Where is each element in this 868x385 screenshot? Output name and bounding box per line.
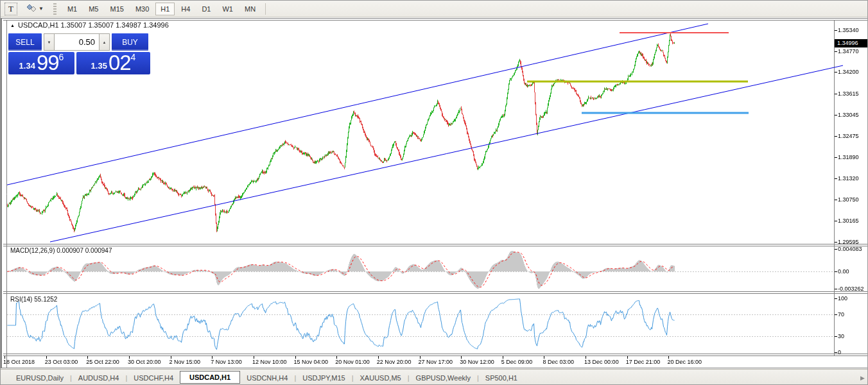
chart-title: ▲ USDCAD,H1 1.35007 1.35007 1.34987 1.34… bbox=[10, 21, 169, 29]
buy-price-pip-digit: 4 bbox=[131, 53, 136, 61]
one-click-trading-panel: SELL ▼ ▲ BUY 1.34 99 6 1.35 02 4 bbox=[8, 32, 150, 74]
price-axis-label: 1.29595 bbox=[838, 239, 859, 245]
time-axis-label: 18 Oct 2018 bbox=[3, 359, 35, 365]
timeframe-button-w1[interactable]: W1 bbox=[217, 3, 238, 15]
time-axis-label: 8 Dec 03:00 bbox=[542, 359, 574, 365]
volume-control: ▼ ▲ bbox=[44, 33, 110, 51]
timeframe-button-m1[interactable]: M1 bbox=[62, 3, 82, 15]
toolbar: T ▼ M1M5M15M30H1H4D1W1MN bbox=[1, 1, 868, 17]
tab-scroll-right-icon[interactable]: ▶ bbox=[860, 375, 865, 381]
price-axis-label: 1.31320 bbox=[838, 175, 859, 182]
chart-tab-usdchf[interactable]: USDCHF,H4 bbox=[127, 372, 180, 384]
price-axis-label: 1.30165 bbox=[838, 218, 859, 224]
sell-button[interactable]: SELL bbox=[8, 33, 42, 51]
time-axis-label: 30 Nov 12:00 bbox=[460, 359, 494, 365]
buy-price-big-digits: 02 bbox=[108, 53, 131, 73]
chart-tab-audusd[interactable]: AUDUSD,H4 bbox=[72, 372, 126, 384]
time-axis-label: 30 Oct 20:00 bbox=[128, 359, 161, 365]
price-axis-label: 1.31890 bbox=[838, 154, 859, 160]
chart-tab-gbpusd[interactable]: GBPUSD,Weekly bbox=[410, 372, 477, 384]
chart-tab-usdjpy[interactable]: USDJPY,M15 bbox=[296, 372, 351, 384]
time-axis-label: 13 Dec 00:00 bbox=[584, 359, 619, 365]
price-axis-label: 1.34770 bbox=[838, 48, 859, 55]
toolbar-grip-handle[interactable] bbox=[53, 3, 56, 15]
time-axis-label: 17 Dec 21:00 bbox=[626, 359, 661, 365]
time-axis-label: 23 Oct 03:00 bbox=[45, 359, 78, 365]
timeframe-button-m30[interactable]: M30 bbox=[130, 3, 154, 15]
timeframe-button-group: M1M5M15M30H1H4D1W1MN bbox=[62, 3, 261, 15]
current-price-badge: 1.34996 bbox=[835, 39, 868, 47]
chart-window: ▲ USDCAD,H1 1.35007 1.35007 1.34987 1.34… bbox=[1, 18, 868, 368]
sell-price-big-digits: 99 bbox=[37, 53, 59, 73]
volume-increase-button[interactable]: ▲ bbox=[99, 33, 110, 51]
timeframe-button-mn[interactable]: MN bbox=[239, 3, 261, 15]
buy-price-display[interactable]: 1.35 02 4 bbox=[76, 52, 150, 74]
price-axis-label: 1.30750 bbox=[838, 196, 859, 203]
indicator-axis-label: 0.004083 bbox=[838, 246, 862, 252]
objects-dropdown-button[interactable]: ▼ bbox=[24, 3, 47, 15]
time-axis-label: 15 Nov 04:00 bbox=[294, 359, 329, 365]
indicator-axis-label: 30 bbox=[838, 333, 844, 339]
chart-tab-eurusd[interactable]: EURUSD,Daily bbox=[10, 372, 70, 384]
timeframe-button-h1[interactable]: H1 bbox=[155, 3, 175, 15]
timeframe-button-m15[interactable]: M15 bbox=[105, 3, 128, 15]
chart-tab-usdcad[interactable]: USDCAD,H1 bbox=[180, 371, 240, 384]
time-axis-label: 20 Dec 16:00 bbox=[667, 359, 702, 365]
time-axis-label: 27 Nov 17:00 bbox=[419, 359, 453, 365]
timeframe-button-d1[interactable]: D1 bbox=[196, 3, 216, 15]
chart-title-text: USDCAD,H1 1.35007 1.35007 1.34987 1.3499… bbox=[18, 21, 169, 29]
sell-price-pip-digit: 6 bbox=[59, 53, 64, 61]
time-axis-label: 25 Oct 22:00 bbox=[86, 359, 119, 365]
indicator-axis-label: 0.00 bbox=[838, 268, 849, 275]
macd-indicator-label: MACD(12,26,9) 0.000907 0.000947 bbox=[10, 247, 112, 254]
volume-decrease-button[interactable]: ▼ bbox=[44, 33, 55, 51]
time-axis-label: 22 Nov 20:00 bbox=[377, 359, 412, 365]
sell-price-prefix: 1.34 bbox=[19, 60, 35, 73]
chart-tab-usdcnh[interactable]: USDCNH,H4 bbox=[240, 372, 294, 384]
rsi-indicator-label: RSI(14) 55.1252 bbox=[10, 296, 57, 303]
price-axis-label: 1.33615 bbox=[838, 90, 859, 97]
timeframe-button-m5[interactable]: M5 bbox=[83, 3, 103, 15]
diamond-objects-icon bbox=[27, 4, 37, 14]
price-axis-label: 1.35340 bbox=[838, 27, 859, 33]
time-axis-label: 7 Nov 13:00 bbox=[211, 359, 242, 365]
time-axis-label: 2 Nov 15:00 bbox=[169, 359, 201, 365]
indicator-axis-label: 100 bbox=[838, 295, 847, 302]
indicator-axis-label: -0.003262 bbox=[838, 286, 864, 292]
time-axis-label: 20 Nov 01:00 bbox=[335, 359, 370, 365]
time-axis-label: 12 Nov 10:00 bbox=[252, 359, 287, 365]
chart-tab-xauusd[interactable]: XAUUSD,M5 bbox=[354, 372, 408, 384]
caret-down-icon: ▼ bbox=[39, 6, 44, 12]
timeframe-button-h4[interactable]: H4 bbox=[176, 3, 195, 15]
collapse-triangle-icon[interactable]: ▲ bbox=[10, 23, 15, 28]
buy-price-prefix: 1.35 bbox=[91, 60, 107, 73]
indicator-axis-label: 70 bbox=[838, 311, 844, 318]
chart-tab-bar: EURUSD,Daily|AUDUSD,H4|USDCHF,H4USDCAD,H… bbox=[1, 369, 868, 385]
indicator-axis-label: 0 bbox=[838, 349, 841, 355]
text-tool-button[interactable]: T bbox=[4, 3, 17, 15]
buy-button[interactable]: BUY bbox=[112, 33, 148, 51]
price-axis-label: 1.32475 bbox=[838, 133, 859, 139]
time-axis-label: 5 Dec 09:00 bbox=[501, 359, 533, 365]
toolbar-separator bbox=[265, 3, 266, 15]
price-axis-label: 1.33045 bbox=[838, 112, 859, 118]
sell-price-display[interactable]: 1.34 99 6 bbox=[8, 52, 74, 74]
price-axis-label: 1.34200 bbox=[838, 69, 859, 75]
volume-input[interactable] bbox=[55, 33, 99, 51]
chart-tab-sp500[interactable]: SP500,H1 bbox=[479, 372, 524, 384]
mt4-terminal: T ▼ M1M5M15M30H1H4D1W1MN ▲ USDCAD,H1 1.3… bbox=[0, 0, 868, 385]
